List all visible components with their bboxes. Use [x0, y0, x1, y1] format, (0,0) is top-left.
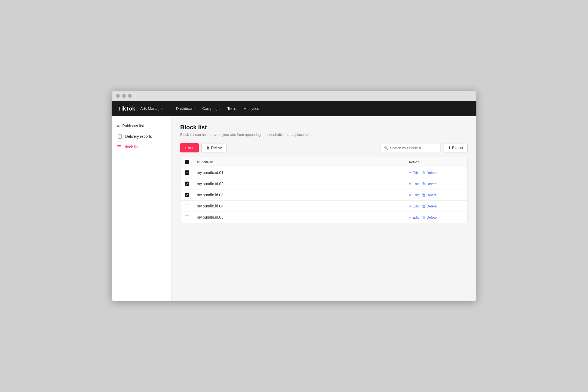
brand-sub: Ads Manager — [140, 106, 163, 111]
action-cell-4: ✏ Edit 🗑 Delete — [409, 204, 463, 208]
brand-logo: TikTok : Ads Manager — [118, 106, 163, 112]
sidebar-item-block-list[interactable]: ☰ Block list — [112, 142, 171, 152]
search-box: 🔍 — [381, 144, 440, 152]
sidebar-item-publisher-list[interactable]: ≡ Publisher list — [112, 121, 171, 131]
table-row: my.bundle.id.05 ✏ Edit 🗑 Delete — [180, 212, 467, 223]
block-list-icon: ☰ — [117, 144, 121, 149]
table-header: Bundle ID Action — [180, 157, 467, 167]
header-action: Action — [409, 160, 463, 164]
nav-tools[interactable]: Tools — [227, 105, 236, 112]
edit-button-1[interactable]: ✏ Edit — [409, 171, 419, 175]
row-checkbox-wrap — [185, 193, 197, 197]
bundle-id-4: my.bundle.id.04 — [197, 204, 409, 208]
maximize-btn[interactable] — [128, 94, 132, 98]
table-row: my.bundle.id.04 ✏ Edit 🗑 Delete — [180, 201, 467, 212]
minimize-btn[interactable] — [122, 94, 126, 98]
select-all-checkbox[interactable] — [185, 160, 189, 164]
bundle-id-5: my.bundle.id.05 — [197, 215, 409, 219]
header-bundle-id: Bundle ID — [197, 160, 409, 164]
brand-tiktok: TikTok — [118, 106, 135, 112]
action-cell-1: ✏ Edit 🗑 Delete — [409, 171, 463, 175]
main-content: Block list Block list can help prevent y… — [171, 116, 476, 301]
close-btn[interactable] — [116, 94, 120, 98]
row-checkbox-3[interactable] — [185, 193, 189, 197]
sidebar-item-block-label: Block list — [124, 145, 139, 149]
row-checkbox-1[interactable] — [185, 170, 189, 175]
export-button[interactable]: ⬆ Export — [443, 143, 468, 152]
add-button[interactable]: + Add — [180, 143, 199, 152]
block-list-table: Bundle ID Action my.bundle.id.01 ✏ Edit … — [180, 157, 468, 223]
delete-button-2[interactable]: 🗑 Delete — [422, 182, 437, 186]
bundle-id-1: my.bundle.id.01 — [197, 170, 409, 175]
bundle-id-3: my.bundle.id.03 — [197, 193, 409, 197]
search-input[interactable] — [390, 146, 437, 150]
edit-button-2[interactable]: ✏ Edit — [409, 182, 419, 186]
delete-button-4[interactable]: 🗑 Delete — [422, 204, 437, 208]
nav-dashboard[interactable]: Dashboard — [176, 105, 195, 112]
row-checkbox-5[interactable] — [185, 215, 189, 219]
row-checkbox-wrap — [185, 182, 197, 186]
row-checkbox-4[interactable] — [185, 204, 189, 208]
row-checkbox-wrap — [185, 204, 197, 208]
sidebar-item-delivery-reports[interactable]: 📋 Delivery reports — [112, 131, 171, 142]
action-cell-5: ✏ Edit 🗑 Delete — [409, 215, 463, 219]
edit-button-5[interactable]: ✏ Edit — [409, 215, 419, 219]
bundle-id-2: my.bundle.id.02 — [197, 182, 409, 186]
toolbar: + Add 🗑 Delete 🔍 ⬆ Export — [180, 143, 468, 152]
search-icon: 🔍 — [384, 146, 388, 150]
page-subtitle: Block list can help prevent your ads fro… — [180, 133, 468, 137]
toolbar-right: 🔍 ⬆ Export — [381, 143, 468, 152]
sidebar: ≡ Publisher list 📋 Delivery reports ☰ Bl… — [112, 116, 171, 301]
brand-dot: : — [137, 106, 139, 112]
nav-analytics[interactable]: Analytics — [244, 105, 259, 112]
delete-button-5[interactable]: 🗑 Delete — [422, 215, 437, 219]
delete-button-1[interactable]: 🗑 Delete — [422, 171, 437, 175]
delete-button[interactable]: 🗑 Delete — [201, 143, 226, 152]
sidebar-item-publisher-label: Publisher list — [122, 124, 144, 128]
row-checkbox-2[interactable] — [185, 182, 189, 186]
delete-button-3[interactable]: 🗑 Delete — [422, 193, 437, 197]
publisher-list-icon: ≡ — [117, 123, 120, 128]
row-checkbox-wrap — [185, 215, 197, 219]
action-cell-3: ✏ Edit 🗑 Delete — [409, 193, 463, 197]
table-row: my.bundle.id.03 ✏ Edit 🗑 Delete — [180, 189, 467, 201]
nav-links: Dashboard Campaign Tools Analytics — [176, 105, 259, 112]
table-row: my.bundle.id.01 ✏ Edit 🗑 Delete — [180, 167, 467, 178]
sidebar-item-delivery-label: Delivery reports — [125, 134, 152, 139]
toolbar-left: + Add 🗑 Delete — [180, 143, 227, 152]
edit-button-3[interactable]: ✏ Edit — [409, 193, 419, 197]
page-title: Block list — [180, 124, 468, 131]
edit-button-4[interactable]: ✏ Edit — [409, 204, 419, 208]
row-checkbox-wrap — [185, 170, 197, 175]
nav-campaign[interactable]: Campaign — [202, 105, 220, 112]
header-checkbox-col — [185, 160, 197, 164]
action-cell-2: ✏ Edit 🗑 Delete — [409, 182, 463, 186]
browser-titlebar — [112, 91, 476, 101]
browser-window: TikTok : Ads Manager Dashboard Campaign … — [112, 91, 476, 301]
delivery-reports-icon: 📋 — [117, 134, 122, 139]
content-area: ≡ Publisher list 📋 Delivery reports ☰ Bl… — [112, 116, 476, 301]
top-nav: TikTok : Ads Manager Dashboard Campaign … — [112, 101, 476, 116]
table-row: my.bundle.id.02 ✏ Edit 🗑 Delete — [180, 178, 467, 189]
